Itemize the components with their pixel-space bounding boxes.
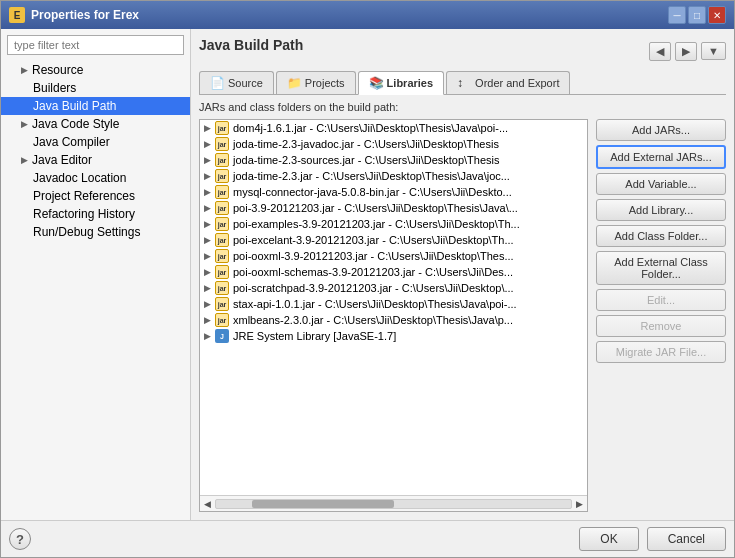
title-bar-controls: ─ □ ✕ [668,6,726,24]
expand-icon: ▶ [204,235,211,245]
expand-icon: ▶ [204,283,211,293]
sidebar-item-resource[interactable]: ▶ Resource [1,61,190,79]
scroll-track[interactable] [215,499,572,509]
tab-order-export-label: Order and Export [475,77,559,89]
expand-icon: ▶ [21,155,28,165]
title-bar-left: E Properties for Erex [9,7,139,23]
horizontal-scrollbar[interactable]: ◀ ▶ [200,495,587,511]
list-area: ▶ jar dom4j-1.6.1.jar - C:\Users\Jii\Des… [199,119,726,512]
list-item[interactable]: ▶ jar joda-time-2.3.jar - C:\Users\Jii\D… [200,168,587,184]
list-item[interactable]: ▶ jar poi-ooxml-schemas-3.9-20121203.jar… [200,264,587,280]
list-item-label: poi-3.9-20121203.jar - C:\Users\Jii\Desk… [233,202,518,214]
list-item[interactable]: ▶ jar stax-api-1.0.1.jar - C:\Users\Jii\… [200,296,587,312]
jar-icon: jar [215,137,229,151]
list-item[interactable]: ▶ jar xmlbeans-2.3.0.jar - C:\Users\Jii\… [200,312,587,328]
cancel-button[interactable]: Cancel [647,527,726,551]
list-item-jre[interactable]: ▶ J JRE System Library [JavaSE-1.7] [200,328,587,344]
sidebar-item-label: Javadoc Location [33,171,126,185]
add-external-jars-button[interactable]: Add External JARs... [596,145,726,169]
add-variable-button[interactable]: Add Variable... [596,173,726,195]
source-icon: 📄 [210,76,224,90]
footer-left: ? [9,528,31,550]
add-jars-button[interactable]: Add JARs... [596,119,726,141]
list-item[interactable]: ▶ jar poi-scratchpad-3.9-20121203.jar - … [200,280,587,296]
expand-icon: ▶ [204,315,211,325]
expand-icon: ▶ [204,251,211,261]
close-button[interactable]: ✕ [708,6,726,24]
sidebar-item-java-code-style[interactable]: ▶ Java Code Style [1,115,190,133]
sidebar-item-run-debug-settings[interactable]: Run/Debug Settings [1,223,190,241]
sidebar-item-project-references[interactable]: Project References [1,187,190,205]
list-item[interactable]: ▶ jar poi-ooxml-3.9-20121203.jar - C:\Us… [200,248,587,264]
sidebar-item-label: Java Code Style [32,117,119,131]
expand-icon: ▶ [21,119,28,129]
sidebar-item-javadoc-location[interactable]: Javadoc Location [1,169,190,187]
list-item[interactable]: ▶ jar poi-excelant-3.9-20121203.jar - C:… [200,232,587,248]
list-item-label: dom4j-1.6.1.jar - C:\Users\Jii\Desktop\T… [233,122,508,134]
maximize-button[interactable]: □ [688,6,706,24]
list-item[interactable]: ▶ jar poi-examples-3.9-20121203.jar - C:… [200,216,587,232]
ok-button[interactable]: OK [579,527,638,551]
help-button[interactable]: ? [9,528,31,550]
add-class-folder-button[interactable]: Add Class Folder... [596,225,726,247]
sidebar-item-builders[interactable]: Builders [1,79,190,97]
sidebar-item-label: Java Editor [32,153,92,167]
tab-source[interactable]: 📄 Source [199,71,274,94]
list-item[interactable]: ▶ jar joda-time-2.3-sources.jar - C:\Use… [200,152,587,168]
list-item[interactable]: ▶ jar poi-3.9-20121203.jar - C:\Users\Ji… [200,200,587,216]
tab-order-export[interactable]: ↕ Order and Export [446,71,570,94]
tab-bar: 📄 Source 📁 Projects 📚 Libraries ↕ Order … [199,71,726,95]
sidebar-item-label: Java Compiler [33,135,110,149]
buttons-panel: Add JARs... Add External JARs... Add Var… [596,119,726,512]
migrate-jar-button[interactable]: Migrate JAR File... [596,341,726,363]
list-description: JARs and class folders on the build path… [199,101,726,113]
expand-icon: ▶ [204,171,211,181]
back-button[interactable]: ◀ [649,42,671,61]
tab-projects[interactable]: 📁 Projects [276,71,356,94]
minimize-button[interactable]: ─ [668,6,686,24]
list-item-label: poi-examples-3.9-20121203.jar - C:\Users… [233,218,520,230]
projects-icon: 📁 [287,76,301,90]
filter-input[interactable] [7,35,184,55]
content-area: ▶ Resource Builders Java Build Path ▶ Ja… [1,29,734,520]
sidebar-item-java-build-path[interactable]: Java Build Path [1,97,190,115]
list-item-label: xmlbeans-2.3.0.jar - C:\Users\Jii\Deskto… [233,314,513,326]
jar-icon: jar [215,281,229,295]
sidebar-item-java-compiler[interactable]: Java Compiler [1,133,190,151]
expand-icon: ▶ [204,187,211,197]
list-item[interactable]: ▶ jar mysql-connector-java-5.0.8-bin.jar… [200,184,587,200]
jar-icon: jar [215,297,229,311]
edit-button[interactable]: Edit... [596,289,726,311]
list-item-label: stax-api-1.0.1.jar - C:\Users\Jii\Deskto… [233,298,517,310]
list-item-label: JRE System Library [JavaSE-1.7] [233,330,396,342]
tab-projects-label: Projects [305,77,345,89]
list-item[interactable]: ▶ jar dom4j-1.6.1.jar - C:\Users\Jii\Des… [200,120,587,136]
jar-icon: jar [215,201,229,215]
expand-icon: ▶ [204,219,211,229]
jar-icon: jar [215,249,229,263]
sidebar-item-refactoring-history[interactable]: Refactoring History [1,205,190,223]
sidebar-item-label: Project References [33,189,135,203]
tab-libraries[interactable]: 📚 Libraries [358,71,444,95]
panel-header: Java Build Path ◀ ▶ ▼ [199,37,726,65]
scroll-right-arrow[interactable]: ▶ [574,499,585,509]
window-title: Properties for Erex [31,8,139,22]
sidebar-item-label: Java Build Path [33,99,116,113]
tab-source-label: Source [228,77,263,89]
sidebar-item-label: Builders [33,81,76,95]
main-panel: Java Build Path ◀ ▶ ▼ 📄 Source 📁 Project… [191,29,734,520]
menu-button[interactable]: ▼ [701,42,726,60]
forward-button[interactable]: ▶ [675,42,697,61]
jar-list[interactable]: ▶ jar dom4j-1.6.1.jar - C:\Users\Jii\Des… [200,120,587,495]
title-bar: E Properties for Erex ─ □ ✕ [1,1,734,29]
list-item[interactable]: ▶ jar joda-time-2.3-javadoc.jar - C:\Use… [200,136,587,152]
scroll-left-arrow[interactable]: ◀ [202,499,213,509]
sidebar-item-java-editor[interactable]: ▶ Java Editor [1,151,190,169]
expand-icon: ▶ [204,331,211,341]
list-item-label: joda-time-2.3.jar - C:\Users\Jii\Desktop… [233,170,510,182]
remove-button[interactable]: Remove [596,315,726,337]
add-external-class-folder-button[interactable]: Add External Class Folder... [596,251,726,285]
add-library-button[interactable]: Add Library... [596,199,726,221]
list-item-label: poi-ooxml-schemas-3.9-20121203.jar - C:\… [233,266,513,278]
scroll-thumb[interactable] [252,500,394,508]
